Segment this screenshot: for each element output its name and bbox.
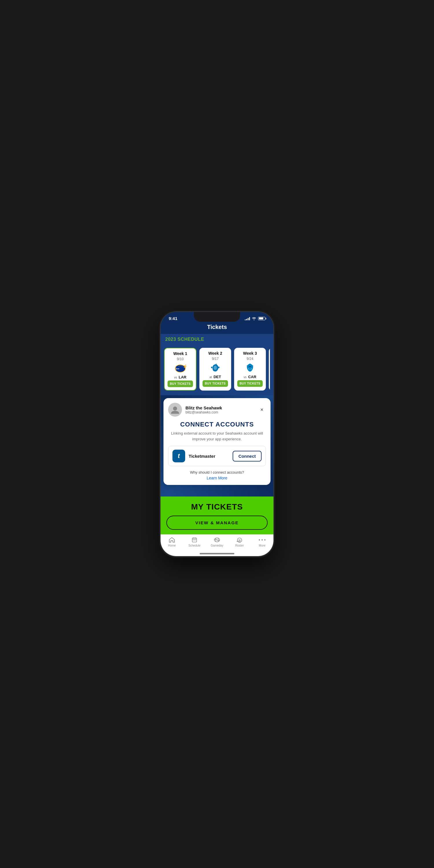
tab-schedule[interactable]: Schedule (186, 537, 203, 547)
phone-notch (194, 312, 240, 322)
ticketmaster-row: t Ticketmaster Connect (168, 446, 266, 466)
user-name: Blitz the Seahawk (185, 405, 254, 410)
user-email: blitz@seahawks.com (185, 410, 254, 414)
card-date-3: 9/24 (247, 357, 253, 361)
tab-bar: Home Schedule (161, 534, 273, 553)
tab-more-label: More (259, 544, 266, 547)
schedule-card-week2[interactable]: Week 2 9/17 (199, 348, 231, 391)
tab-more[interactable]: More (253, 537, 271, 547)
my-tickets-section: MY TICKETS VIEW & MANAGE (161, 496, 273, 534)
tab-gameday[interactable]: Gameday (208, 537, 226, 547)
status-time: 9:41 (169, 316, 177, 321)
connect-button[interactable]: Connect (232, 451, 261, 462)
buy-tickets-btn-2[interactable]: BUY TICKETS (203, 380, 228, 387)
svg-point-21 (261, 539, 263, 540)
card-opponent-2: AT DET (210, 375, 221, 379)
schedule-icon (191, 537, 198, 543)
schedule-banner-title: 2023 SCHEDULE (165, 337, 204, 342)
rams-logo-icon (173, 362, 187, 374)
schedule-cards-row: Week 1 9/10 (164, 348, 270, 391)
svg-point-9 (173, 406, 177, 410)
signal-icon (245, 317, 250, 320)
battery-icon (258, 317, 265, 320)
svg-rect-3 (176, 368, 176, 370)
svg-point-22 (264, 539, 265, 540)
connect-accounts-title: CONNECT ACCOUNTS (168, 421, 266, 428)
avatar (168, 403, 182, 416)
home-indicator-bar (199, 553, 235, 554)
tab-gameday-label: Gameday (211, 544, 223, 547)
modal-user-row: Blitz the Seahawk blitz@seahawks.com × (168, 403, 266, 416)
svg-point-20 (259, 539, 260, 540)
wifi-icon (252, 317, 256, 320)
tab-roster-label: Roster (235, 544, 244, 547)
home-icon (168, 537, 176, 543)
buy-tickets-btn-1[interactable]: BUY TICKETS (167, 380, 193, 387)
more-icon (258, 537, 266, 543)
main-content: Blitz the Seahawk blitz@seahawks.com × C… (161, 395, 273, 496)
schedule-banner: 2023 SCHEDULE (161, 334, 273, 345)
tab-schedule-label: Schedule (188, 544, 200, 547)
card-date-2: 9/17 (212, 357, 218, 361)
ticketmaster-name: Ticketmaster (189, 454, 229, 459)
card-date-1: 9/10 (177, 357, 183, 361)
user-info: Blitz the Seahawk blitz@seahawks.com (185, 405, 254, 414)
connect-modal: Blitz the Seahawk blitz@seahawks.com × C… (163, 398, 271, 485)
card-week-3: Week 3 (243, 351, 257, 355)
learn-more-link[interactable]: Learn More (168, 476, 266, 480)
status-icons (245, 317, 265, 320)
schedule-card-week1[interactable]: Week 1 9/10 (164, 348, 196, 391)
phone-shell: 9:41 Tickets 2023 (161, 312, 273, 556)
view-manage-button[interactable]: VIEW & MANAGE (166, 516, 268, 530)
svg-point-4 (214, 366, 217, 370)
card-opponent-3: vs CAR (244, 375, 256, 379)
page-title: Tickets (161, 322, 273, 334)
phone-screen: 9:41 Tickets 2023 (161, 312, 273, 556)
tab-roster[interactable]: Roster (231, 537, 248, 547)
connect-accounts-subtitle: Linking external account to your Seahawk… (168, 431, 266, 442)
roster-icon (236, 537, 243, 543)
gameday-icon (213, 537, 221, 543)
card-opponent-1: vs LAR (174, 375, 186, 379)
card-week-2: Week 2 (208, 351, 222, 355)
schedule-card-week4[interactable]: Wee 10 ny AT N BUY TIC (269, 348, 270, 391)
panthers-logo-icon (243, 362, 257, 374)
my-tickets-title: MY TICKETS (166, 502, 268, 512)
lions-logo-icon (208, 362, 222, 374)
svg-rect-2 (176, 369, 179, 369)
schedule-cards-container: Week 1 9/10 (161, 345, 273, 395)
home-indicator (161, 553, 273, 556)
tab-home-label: Home (168, 544, 176, 547)
tab-home[interactable]: Home (163, 537, 181, 547)
svg-point-7 (249, 367, 251, 370)
buy-tickets-btn-3[interactable]: BUY TICKETS (237, 380, 263, 387)
why-connect-text: Why should I connect accounts? (168, 470, 266, 474)
ticketmaster-logo-icon: t (173, 450, 185, 462)
card-week-1: Week 1 (173, 351, 187, 356)
close-button[interactable]: × (258, 406, 266, 414)
schedule-card-week3[interactable]: Week 3 9/24 (234, 348, 266, 391)
